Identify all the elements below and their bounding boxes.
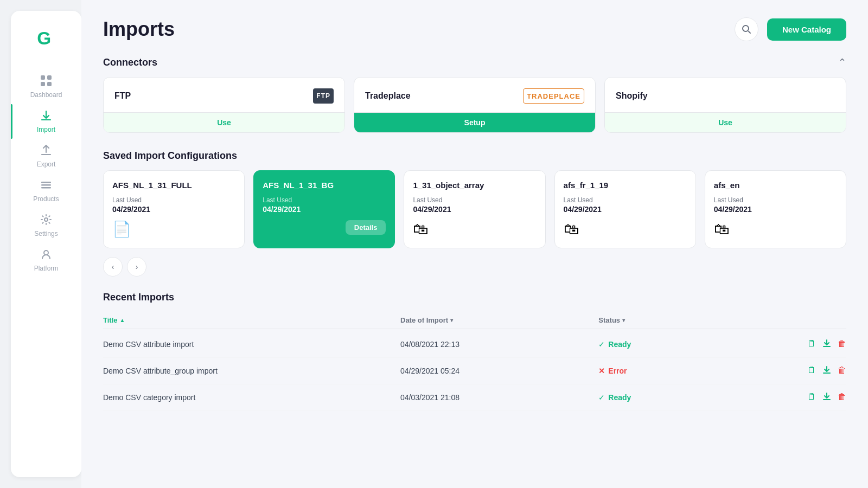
connector-shopify-name: Shopify: [616, 91, 648, 101]
connector-shopify-top: Shopify 🛍: [605, 78, 846, 112]
row1-status: ✓ Ready: [598, 340, 747, 349]
row3-date: 04/03/2021 21:08: [400, 393, 598, 402]
config-bottom-3: 🛍: [413, 220, 536, 238]
config-details-button-2[interactable]: Details: [346, 220, 386, 235]
config-last-used-date-3: 04/29/2021: [413, 205, 536, 214]
configs-row: AFS_NL_1_31_FULL Last Used 04/29/2021 📄 …: [103, 170, 846, 248]
col-header-title[interactable]: Title ▲: [103, 316, 400, 324]
connector-tradeplace-name: Tradeplace: [365, 91, 411, 101]
config-last-used-label-2: Last Used: [263, 196, 386, 204]
new-catalog-button[interactable]: New Catalog: [767, 18, 846, 41]
row3-title: Demo CSV category import: [103, 393, 400, 402]
dashboard-icon: [40, 75, 52, 89]
sidebar-item-products[interactable]: Products: [11, 174, 81, 208]
connectors-section: Connectors ⌃ FTP FTP Use Tradeplace TRAD…: [103, 56, 846, 133]
config-last-used-date-4: 04/29/2021: [564, 205, 687, 214]
svg-text:G: G: [37, 28, 51, 48]
row1-delete-icon[interactable]: 🗑: [838, 339, 846, 350]
row1-view-icon[interactable]: 🗒: [807, 339, 816, 350]
col-header-date[interactable]: Date of Import ▾: [400, 316, 598, 324]
svg-rect-5: [41, 182, 51, 183]
svg-point-10: [743, 25, 749, 31]
recent-imports-section: Recent Imports Title ▲ Date of Import ▾ …: [103, 292, 846, 411]
col-header-status[interactable]: Status ▾: [598, 316, 747, 324]
row3-status: ✓ Ready: [598, 393, 747, 402]
config-card-4[interactable]: afs_fr_1_19 Last Used 04/29/2021 🛍: [554, 170, 696, 248]
row1-download-icon[interactable]: [822, 339, 831, 350]
row3-actions: 🗒 🗑: [747, 392, 846, 403]
row1-status-icon: ✓: [598, 340, 605, 349]
table-row: Demo CSV attribute_group import 04/29/20…: [103, 358, 846, 384]
row2-download-icon[interactable]: [822, 365, 831, 376]
row1-date: 04/08/2021 22:13: [400, 340, 598, 349]
row3-status-label: Ready: [608, 393, 631, 402]
import-icon: [40, 110, 52, 124]
config-card-1[interactable]: AFS_NL_1_31_FULL Last Used 04/29/2021 📄: [103, 170, 245, 248]
platform-icon: [40, 248, 52, 262]
sidebar-item-dashboard[interactable]: Dashboard: [11, 69, 81, 104]
connector-tradeplace-action[interactable]: Setup: [354, 112, 595, 132]
svg-point-8: [44, 218, 48, 221]
config-bottom-2: Details: [263, 220, 386, 235]
config-bottom-4: 🛍: [564, 220, 687, 238]
sidebar-item-import[interactable]: Import: [11, 104, 81, 139]
sidebar-item-dashboard-label: Dashboard: [30, 91, 62, 99]
config-name-1: AFS_NL_1_31_FULL: [112, 181, 235, 190]
connector-ftp: FTP FTP Use: [103, 77, 345, 133]
connector-ftp-action[interactable]: Use: [104, 112, 344, 132]
sidebar-item-import-label: Import: [37, 126, 55, 133]
row2-status-icon: ✕: [598, 367, 605, 375]
sidebar-item-settings[interactable]: Settings: [11, 208, 81, 243]
config-last-used-label-5: Last Used: [714, 196, 837, 204]
sidebar-item-export[interactable]: Export: [11, 139, 81, 174]
row1-actions: 🗒 🗑: [747, 339, 846, 350]
svg-rect-4: [47, 82, 52, 86]
row2-view-icon[interactable]: 🗒: [807, 365, 816, 376]
config-card-3[interactable]: 1_31_object_array Last Used 04/29/2021 🛍: [404, 170, 545, 248]
config-last-used-date-2: 04/29/2021: [263, 205, 386, 214]
svg-rect-3: [41, 82, 45, 86]
row3-download-icon[interactable]: [822, 392, 831, 403]
connectors-collapse-button[interactable]: ⌃: [838, 56, 846, 68]
config-card-5[interactable]: afs_en Last Used 04/29/2021 🛍: [705, 170, 846, 248]
row2-status-label: Error: [608, 367, 627, 375]
export-icon: [40, 144, 52, 158]
search-button[interactable]: [735, 17, 758, 41]
config-nav-next[interactable]: ›: [127, 257, 146, 277]
connector-ftp-name: FTP: [114, 91, 131, 101]
svg-rect-1: [41, 75, 45, 80]
config-bottom-1: 📄: [112, 220, 235, 238]
row1-status-label: Ready: [608, 340, 631, 349]
table-header: Title ▲ Date of Import ▾ Status ▾: [103, 312, 846, 329]
config-icon-3: 🛍: [413, 220, 428, 238]
config-last-used-date-5: 04/29/2021: [714, 205, 837, 214]
settings-icon: [40, 214, 52, 228]
main-content: Imports New Catalog Connectors ⌃ FTP FTP…: [81, 0, 868, 488]
row3-view-icon[interactable]: 🗒: [807, 392, 816, 403]
page-title: Imports: [103, 18, 175, 41]
row2-actions: 🗒 🗑: [747, 365, 846, 376]
recent-imports-title: Recent Imports: [103, 292, 846, 303]
saved-configs-header: Saved Import Configurations: [103, 150, 846, 162]
connector-ftp-top: FTP FTP: [104, 78, 344, 112]
config-icon-1: 📄: [112, 220, 131, 238]
connectors-section-header: Connectors ⌃: [103, 56, 846, 68]
config-last-used-label-3: Last Used: [413, 196, 536, 204]
row2-delete-icon[interactable]: 🗑: [838, 365, 846, 376]
config-nav-prev[interactable]: ‹: [103, 257, 123, 277]
config-last-used-label-1: Last Used: [112, 196, 235, 204]
config-icon-4: 🛍: [564, 220, 579, 238]
sidebar-item-platform[interactable]: Platform: [11, 243, 81, 278]
saved-configs-section: Saved Import Configurations AFS_NL_1_31_…: [103, 150, 846, 277]
connector-shopify-action[interactable]: Use: [605, 112, 846, 132]
connector-shopify: Shopify 🛍 Use: [604, 77, 846, 133]
svg-rect-2: [47, 75, 52, 80]
config-nav-buttons: ‹ ›: [103, 257, 846, 277]
row1-title: Demo CSV attribute import: [103, 340, 400, 349]
sidebar-item-platform-label: Platform: [34, 265, 59, 272]
row3-delete-icon[interactable]: 🗑: [838, 392, 846, 403]
connectors-grid: FTP FTP Use Tradeplace TRADEPLACE Setup …: [103, 77, 846, 133]
connector-tradeplace: Tradeplace TRADEPLACE Setup: [354, 77, 596, 133]
row2-date: 04/29/2021 05:24: [400, 367, 598, 375]
config-card-2[interactable]: AFS_NL_1_31_BG Last Used 04/29/2021 Deta…: [253, 170, 395, 248]
